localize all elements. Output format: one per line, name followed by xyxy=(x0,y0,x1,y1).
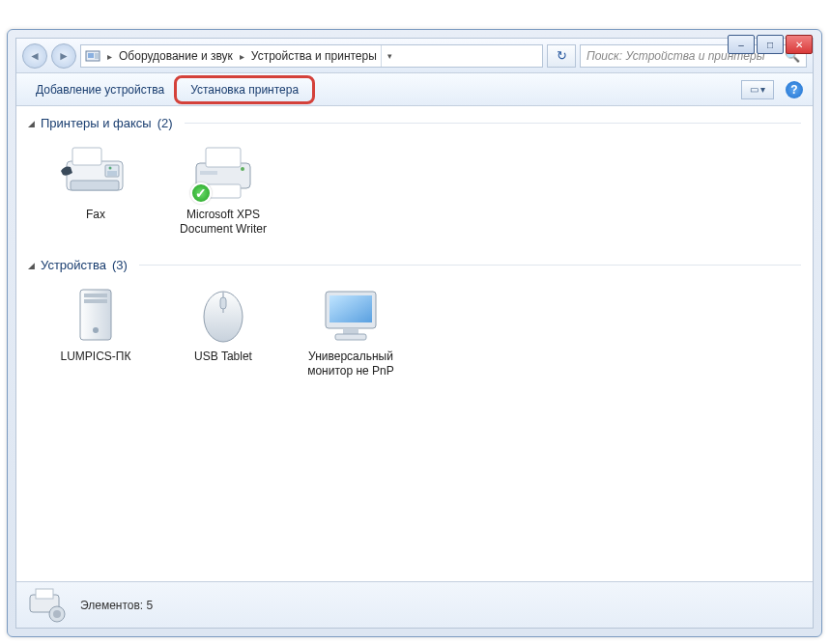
svg-rect-22 xyxy=(329,295,372,322)
address-bar[interactable]: Оборудование и звук Устройства и принтер… xyxy=(80,44,543,68)
device-label: USB Tablet xyxy=(194,350,252,364)
collapse-icon: ◢ xyxy=(28,261,35,270)
svg-rect-1 xyxy=(88,53,94,58)
svg-point-7 xyxy=(109,167,112,170)
group-count: (3) xyxy=(112,258,128,272)
status-label: Элементов: xyxy=(80,599,143,612)
svg-rect-16 xyxy=(84,299,107,303)
device-label: Microsoft XPS Document Writer xyxy=(171,208,275,237)
group-header-printers[interactable]: ◢ Принтеры и факсы (2) xyxy=(16,112,813,136)
svg-rect-4 xyxy=(72,148,101,165)
svg-rect-24 xyxy=(335,334,366,340)
svg-rect-23 xyxy=(343,328,358,334)
add-device-button[interactable]: Добавление устройства xyxy=(26,79,174,100)
window-controls: – □ ✕ xyxy=(728,35,813,54)
group-items-printers: Fax ✓ Microsoft XPS Document Writer xyxy=(16,136,813,254)
device-label: Fax xyxy=(86,208,105,222)
computer-icon xyxy=(57,282,134,348)
group-divider xyxy=(185,123,801,124)
breadcrumb-part[interactable]: Устройства и принтеры xyxy=(251,49,377,63)
add-printer-button[interactable]: Установка принтера xyxy=(174,75,315,104)
breadcrumb-sep-icon xyxy=(237,49,247,63)
default-check-icon: ✓ xyxy=(190,182,212,204)
close-button[interactable]: ✕ xyxy=(786,35,813,54)
svg-rect-8 xyxy=(107,171,117,176)
forward-button[interactable]: ► xyxy=(51,43,76,69)
device-label: LUMPICS-ПК xyxy=(61,350,131,364)
device-item[interactable]: USB Tablet xyxy=(171,282,275,378)
device-item[interactable]: LUMPICS-ПК xyxy=(43,282,148,378)
svg-rect-15 xyxy=(84,294,107,297)
breadcrumb-sep-icon xyxy=(104,49,115,63)
svg-rect-2 xyxy=(95,53,99,59)
breadcrumb-part[interactable]: Оборудование и звук xyxy=(119,49,233,63)
mouse-icon xyxy=(185,282,262,348)
group-divider xyxy=(139,265,801,266)
group-title: Принтеры и факсы xyxy=(41,116,152,130)
device-item[interactable]: Универсальный монитор не PnP xyxy=(299,282,403,378)
help-icon[interactable]: ? xyxy=(786,81,803,98)
svg-point-28 xyxy=(53,610,61,618)
svg-rect-13 xyxy=(200,171,217,175)
group-title: Устройства xyxy=(41,258,106,272)
group-items-devices: LUMPICS-ПК USB Tablet xyxy=(16,278,813,396)
device-item[interactable]: Fax xyxy=(43,140,148,237)
maximize-button[interactable]: □ xyxy=(757,35,784,54)
group-count: (2) xyxy=(157,116,173,130)
monitor-icon xyxy=(312,282,389,348)
status-category-icon xyxy=(28,587,69,624)
status-bar: Элементов: 5 xyxy=(16,581,813,628)
address-dropdown-icon[interactable]: ▾ xyxy=(381,45,398,67)
svg-rect-20 xyxy=(220,297,226,309)
back-button[interactable]: ◄ xyxy=(22,43,47,69)
status-count: 5 xyxy=(147,599,154,612)
minimize-button[interactable]: – xyxy=(728,35,755,54)
group-header-devices[interactable]: ◢ Устройства (3) xyxy=(16,254,813,278)
window-client-area: ◄ ► Оборудование и звук Устройства и при… xyxy=(15,38,814,629)
collapse-icon: ◢ xyxy=(28,119,35,128)
svg-rect-26 xyxy=(36,589,53,599)
content-area: ◢ Принтеры и факсы (2) xyxy=(16,106,813,581)
svg-point-17 xyxy=(93,327,99,333)
fax-icon xyxy=(57,140,134,206)
refresh-button[interactable]: ↻ xyxy=(547,44,576,68)
nav-bar: ◄ ► Оборудование и звук Устройства и при… xyxy=(16,39,813,73)
printer-icon: ✓ xyxy=(185,140,262,206)
command-bar: Добавление устройства Установка принтера… xyxy=(16,73,813,106)
status-text: Элементов: 5 xyxy=(80,599,153,612)
device-label: Универсальный монитор не PnP xyxy=(299,350,403,378)
window-frame: ◄ ► Оборудование и звук Устройства и при… xyxy=(7,29,822,637)
device-item[interactable]: ✓ Microsoft XPS Document Writer xyxy=(171,140,275,237)
devices-icon xyxy=(85,48,100,64)
view-mode-dropdown[interactable]: ▭ ▾ xyxy=(741,80,774,99)
svg-point-12 xyxy=(241,167,244,171)
svg-rect-6 xyxy=(71,181,119,190)
svg-rect-10 xyxy=(206,148,241,167)
